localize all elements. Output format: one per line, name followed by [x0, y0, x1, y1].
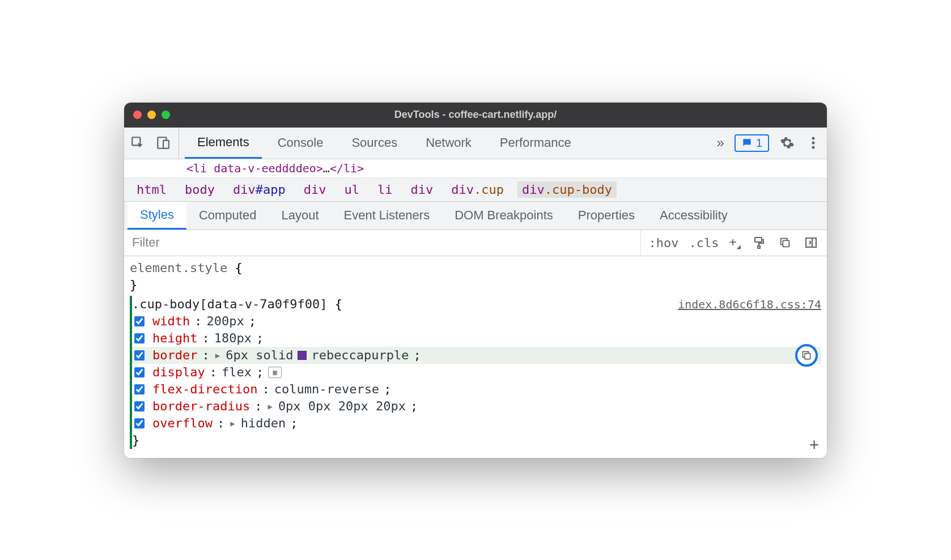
breadcrumb-item[interactable]: body — [180, 181, 219, 198]
breadcrumb-item[interactable]: ul — [339, 181, 364, 198]
svg-rect-2 — [163, 141, 169, 149]
svg-point-3 — [812, 137, 815, 140]
copy-declaration-button[interactable] — [795, 344, 818, 367]
breadcrumb-item[interactable]: div#app — [228, 181, 290, 198]
flex-editor-icon[interactable]: ▦ — [268, 367, 282, 378]
breadcrumb-item[interactable]: div.cup — [447, 181, 508, 198]
color-swatch[interactable] — [298, 351, 307, 360]
css-declaration[interactable]: flex-direction: column-reverse; — [132, 381, 821, 398]
minimize-icon[interactable] — [147, 111, 156, 119]
tab-network[interactable]: Network — [413, 128, 484, 159]
hov-button[interactable]: :hov — [649, 236, 679, 250]
styles-tabs: StylesComputedLayoutEvent ListenersDOM B… — [124, 202, 827, 230]
tab-console[interactable]: Console — [265, 128, 336, 159]
svg-point-4 — [812, 142, 815, 145]
decl-toggle[interactable] — [134, 367, 145, 377]
filter-input[interactable] — [124, 235, 640, 250]
computed-toggle-icon[interactable] — [803, 235, 819, 251]
breadcrumb-item[interactable]: html — [132, 181, 171, 198]
devtools-window: DevTools - coffee-cart.netlify.app/ Elem… — [124, 103, 827, 458]
main-tabs: ElementsConsoleSourcesNetworkPerformance — [185, 128, 584, 159]
window-title: DevTools - coffee-cart.netlify.app/ — [394, 109, 557, 121]
expand-icon[interactable]: ▶ — [268, 398, 272, 415]
subtab-layout[interactable]: Layout — [269, 202, 331, 230]
breadcrumb-item[interactable]: div.cup-body — [517, 181, 617, 198]
decl-toggle[interactable] — [134, 350, 145, 360]
kebab-icon[interactable] — [805, 135, 821, 151]
breadcrumb: htmlbodydiv#appdivullidivdiv.cupdiv.cup-… — [124, 178, 827, 202]
subtab-event-listeners[interactable]: Event Listeners — [332, 202, 443, 230]
svg-point-5 — [812, 146, 815, 149]
tab-elements[interactable]: Elements — [185, 128, 262, 159]
issues-count: 1 — [756, 137, 762, 150]
css-declaration[interactable]: overflow: ▶ hidden; — [132, 415, 821, 432]
svg-rect-10 — [805, 353, 810, 359]
breadcrumb-item[interactable]: li — [373, 181, 397, 198]
maximize-icon[interactable] — [162, 111, 170, 119]
gear-icon[interactable] — [779, 135, 795, 151]
decl-toggle[interactable] — [134, 333, 145, 343]
svg-rect-6 — [755, 237, 762, 242]
copy-icon[interactable] — [777, 235, 793, 251]
subtab-accessibility[interactable]: Accessibility — [647, 202, 740, 230]
edited-marker — [130, 296, 132, 449]
main-toolbar: ElementsConsoleSourcesNetworkPerformance… — [124, 128, 827, 159]
cls-button[interactable]: .cls — [689, 236, 719, 250]
css-declaration[interactable]: width: 200px; — [132, 313, 821, 330]
css-declaration[interactable]: border-radius: ▶ 0px 0px 20px 20px; — [132, 398, 821, 415]
add-declaration-button[interactable]: + — [809, 436, 819, 453]
new-rule-button[interactable]: +◢ — [729, 235, 741, 251]
css-declaration[interactable]: border: ▶ 6px solid rebeccapurple; — [132, 347, 821, 364]
expand-icon[interactable]: ▶ — [215, 347, 220, 364]
titlebar: DevTools - coffee-cart.netlify.app/ — [124, 103, 827, 128]
traffic-lights — [133, 111, 170, 119]
styles-pane: element.style { } .cup-body[data-v-7a0f9… — [124, 256, 827, 458]
subtab-properties[interactable]: Properties — [566, 202, 647, 230]
close-icon[interactable] — [133, 111, 142, 119]
tab-performance[interactable]: Performance — [487, 128, 584, 159]
subtab-dom-breakpoints[interactable]: DOM Breakpoints — [442, 202, 566, 230]
svg-rect-7 — [758, 246, 760, 248]
paint-icon[interactable] — [751, 235, 767, 251]
svg-rect-8 — [783, 240, 789, 247]
stylesheet-link[interactable]: index.8d6c6f18.css:74 — [678, 296, 821, 313]
device-toggle-icon[interactable] — [155, 135, 171, 151]
element-style-rule[interactable]: element.style { } — [130, 260, 821, 294]
decl-toggle[interactable] — [134, 384, 145, 394]
tab-sources[interactable]: Sources — [339, 128, 410, 159]
breadcrumb-item[interactable]: div — [299, 181, 331, 198]
styles-filter-row: :hov .cls +◢ — [124, 230, 827, 256]
css-declaration[interactable]: display: flex; ▦ — [132, 364, 821, 381]
decl-toggle[interactable] — [134, 418, 145, 429]
dom-tree-row[interactable]: <li data-v-eeddddeo>…</li> — [124, 159, 827, 178]
more-tabs-icon[interactable]: » — [717, 135, 724, 151]
issues-badge[interactable]: 1 — [735, 134, 769, 152]
cup-body-rule: .cup-body[data-v-7a0f9f00] { index.8d6c6… — [130, 296, 821, 449]
css-declaration[interactable]: height: 180px; — [132, 330, 821, 347]
expand-icon[interactable]: ▶ — [230, 415, 235, 432]
decl-toggle[interactable] — [134, 401, 145, 411]
breadcrumb-item[interactable]: div — [406, 181, 438, 198]
subtab-computed[interactable]: Computed — [186, 202, 269, 230]
inspect-icon[interactable] — [130, 135, 146, 151]
subtab-styles[interactable]: Styles — [128, 202, 186, 230]
decl-toggle[interactable] — [134, 316, 145, 326]
